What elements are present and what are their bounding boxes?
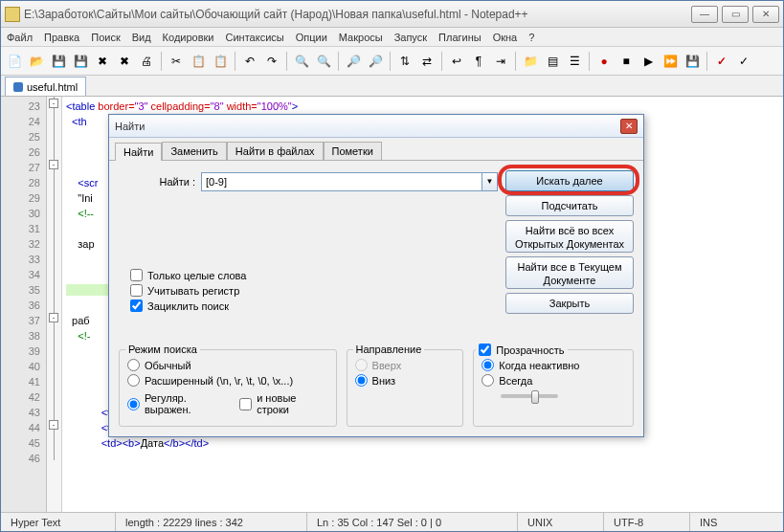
find-all-current-button[interactable]: Найти все в Текущем Документе — [505, 256, 634, 289]
redo-icon[interactable]: ↷ — [262, 52, 281, 71]
menu-edit[interactable]: Правка — [44, 32, 79, 43]
close-file-icon[interactable]: ✖ — [93, 52, 112, 71]
transparency-slider[interactable] — [501, 394, 558, 398]
menu-plugins[interactable]: Плагины — [438, 32, 482, 43]
tab-marks[interactable]: Пометки — [324, 142, 382, 160]
whole-words-checkbox[interactable]: Только целые слова — [130, 269, 246, 281]
replace-icon[interactable]: 🔍 — [314, 52, 333, 71]
direction-group: Направление Вверх Вниз — [347, 349, 464, 427]
dialog-title: Найти — [115, 121, 145, 132]
find-dialog: Найти ✕ Найти Заменить Найти в файлах По… — [108, 114, 644, 437]
save-icon[interactable]: 💾 — [49, 52, 68, 71]
find-input[interactable] — [201, 172, 482, 191]
play-icon[interactable]: ▶ — [638, 52, 658, 71]
find-next-button[interactable]: Искать далее — [505, 170, 634, 191]
print-icon[interactable]: 🖨 — [137, 52, 156, 71]
file-tab[interactable]: useful.html — [5, 77, 86, 96]
stop-icon[interactable]: ■ — [616, 52, 636, 71]
sync-v-icon[interactable]: ⇅ — [395, 52, 414, 71]
mode-regex-radio[interactable]: Регуляр. выражен. — [127, 392, 232, 415]
statusbar: Hyper Text length : 22229 lines : 342 Ln… — [1, 512, 783, 531]
cut-icon[interactable]: ✂ — [167, 52, 186, 71]
spellcheck-icon[interactable]: ✓ — [712, 52, 731, 71]
close-dialog-button[interactable]: Закрыть — [505, 293, 634, 314]
app-icon — [5, 7, 20, 22]
menu-view[interactable]: Вид — [132, 32, 151, 43]
toolbar: 📄 📂 💾 💾 ✖ ✖ 🖨 ✂ 📋 📋 ↶ ↷ 🔍 🔍 🔎 🔎 ⇅ ⇄ ↩ ¶ … — [1, 47, 783, 76]
sync-h-icon[interactable]: ⇄ — [417, 52, 437, 71]
zoom-in-icon[interactable]: 🔎 — [344, 52, 363, 71]
file-tabbar: useful.html — [1, 76, 783, 97]
menu-search[interactable]: Поиск — [91, 32, 120, 43]
indent-icon[interactable]: ⇥ — [491, 52, 510, 71]
spellcheck2-icon[interactable]: ✓ — [734, 52, 753, 71]
find-label: Найти : — [119, 176, 195, 188]
menu-help[interactable]: ? — [528, 32, 534, 43]
status-language: Hyper Text — [1, 513, 116, 531]
close-all-icon[interactable]: ✖ — [115, 52, 134, 71]
tab-find[interactable]: Найти — [115, 143, 162, 161]
undo-icon[interactable]: ↶ — [240, 52, 259, 71]
allchars-icon[interactable]: ¶ — [469, 52, 488, 71]
menu-encoding[interactable]: Кодировки — [163, 32, 214, 43]
search-mode-label: Режим поиска — [125, 344, 200, 355]
status-encoding: UTF-8 — [604, 513, 690, 531]
trans-inactive-radio[interactable]: Когда неактивно — [482, 359, 625, 371]
save-macro-icon[interactable]: 💾 — [683, 52, 702, 71]
new-file-icon[interactable]: 📄 — [5, 52, 24, 71]
minimize-button[interactable]: — — [691, 6, 718, 23]
zoom-out-icon[interactable]: 🔎 — [366, 52, 385, 71]
menu-file[interactable]: Файл — [7, 32, 33, 43]
direction-label: Направление — [353, 344, 425, 355]
status-eol: UNIX — [518, 513, 604, 531]
find-dropdown-icon[interactable]: ▼ — [482, 172, 498, 191]
menu-run[interactable]: Запуск — [394, 32, 427, 43]
record-icon[interactable]: ● — [594, 52, 614, 71]
line-gutter: 2324252627282930313233343536373839404142… — [1, 97, 47, 518]
dir-down-radio[interactable]: Вниз — [355, 374, 456, 387]
save-all-icon[interactable]: 💾 — [71, 52, 90, 71]
transparency-label[interactable]: Прозрачность — [476, 344, 567, 356]
func-list-icon[interactable]: ☰ — [565, 52, 584, 71]
doc-map-icon[interactable]: ▤ — [543, 52, 562, 71]
dialog-close-icon[interactable]: ✕ — [620, 119, 638, 134]
transparency-group: Прозрачность Когда неактивно Всегда — [473, 349, 634, 427]
wordwrap-icon[interactable]: ↩ — [447, 52, 466, 71]
mode-extended-radio[interactable]: Расширенный (\n, \r, \t, \0, \x...) — [127, 374, 328, 387]
file-modified-icon — [13, 82, 23, 92]
tab-replace[interactable]: Заменить — [162, 142, 226, 160]
maximize-button[interactable]: ▭ — [722, 6, 749, 23]
trans-always-radio[interactable]: Всегда — [482, 374, 625, 387]
open-file-icon[interactable]: 📂 — [27, 52, 46, 71]
mode-normal-radio[interactable]: Обычный — [127, 359, 328, 371]
play-multi-icon[interactable]: ⏩ — [661, 52, 680, 71]
menu-options[interactable]: Опции — [296, 32, 327, 43]
folder-icon[interactable]: 📁 — [521, 52, 540, 71]
search-mode-group: Режим поиска Обычный Расширенный (\n, \r… — [119, 349, 337, 427]
tab-find-in-files[interactable]: Найти в файлах — [227, 142, 324, 160]
status-position: Ln : 35 Col : 147 Sel : 0 | 0 — [307, 513, 518, 531]
file-tab-label: useful.html — [27, 81, 78, 93]
status-insert: INS — [690, 513, 783, 531]
count-button[interactable]: Подсчитать — [505, 195, 634, 216]
window-title: E:\Заработок\Сайты\Мои сайты\Обочающий с… — [24, 8, 691, 21]
window-titlebar: E:\Заработок\Сайты\Мои сайты\Обочающий с… — [1, 1, 783, 28]
dir-up-radio[interactable]: Вверх — [355, 359, 456, 371]
match-case-checkbox[interactable]: Учитывать регистр — [130, 284, 246, 297]
close-button[interactable]: ✕ — [752, 6, 779, 23]
find-all-open-button[interactable]: Найти всё во всех Открытых Документах — [505, 220, 634, 253]
copy-icon[interactable]: 📋 — [189, 52, 208, 71]
fold-gutter[interactable]: - - - - — [47, 97, 62, 518]
newline-checkbox[interactable]: и новые строки — [239, 392, 327, 415]
menu-macros[interactable]: Макросы — [339, 32, 383, 43]
dialog-tabs: Найти Заменить Найти в файлах Пометки — [109, 138, 643, 161]
find-icon[interactable]: 🔍 — [292, 52, 311, 71]
paste-icon[interactable]: 📋 — [211, 52, 230, 71]
menu-windows[interactable]: Окна — [493, 32, 518, 43]
wrap-checkbox[interactable]: Зациклить поиск — [130, 299, 246, 312]
status-length: length : 22229 lines : 342 — [116, 513, 307, 531]
menu-syntax[interactable]: Синтаксисы — [226, 32, 284, 43]
menubar: Файл Правка Поиск Вид Кодировки Синтакси… — [1, 28, 783, 47]
dialog-titlebar[interactable]: Найти ✕ — [109, 115, 643, 138]
